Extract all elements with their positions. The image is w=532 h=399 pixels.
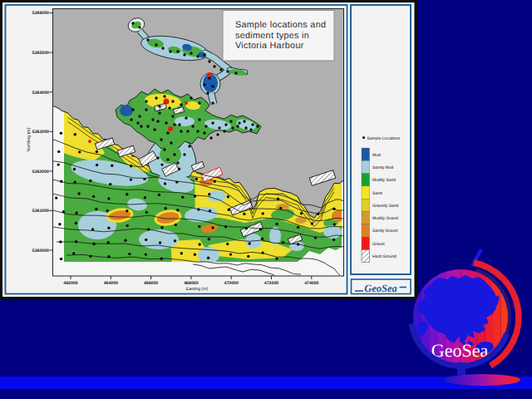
svg-text:Northing (m): Northing (m) xyxy=(27,127,32,151)
svg-text:464000: 464000 xyxy=(104,281,118,286)
svg-text:Sample Locations: Sample Locations xyxy=(367,136,401,141)
svg-text:Victoria Harbour: Victoria Harbour xyxy=(235,41,304,51)
svg-text:470000: 470000 xyxy=(224,281,239,286)
svg-text:468000: 468000 xyxy=(184,281,198,286)
svg-text:GeoSea: GeoSea xyxy=(364,283,397,294)
svg-text:472000: 472000 xyxy=(264,281,278,286)
svg-text:462000: 462000 xyxy=(63,281,77,286)
svg-text:Sandy Mud: Sandy Mud xyxy=(372,165,394,170)
svg-text:Gravelly Sand: Gravelly Sand xyxy=(372,204,399,209)
svg-text:Hard Ground: Hard Ground xyxy=(372,254,397,259)
svg-text:5364000: 5364000 xyxy=(32,91,49,96)
svg-text:5365000: 5365000 xyxy=(32,51,49,56)
svg-text:5361000: 5361000 xyxy=(32,209,49,214)
svg-text:Muddy Gravel: Muddy Gravel xyxy=(372,216,398,221)
svg-text:5360000: 5360000 xyxy=(32,249,49,254)
svg-text:Muddy Sand: Muddy Sand xyxy=(372,178,396,183)
svg-text:5363000: 5363000 xyxy=(32,130,49,135)
svg-text:Easting (m): Easting (m) xyxy=(186,287,209,292)
svg-text:Sandy Gravel: Sandy Gravel xyxy=(372,229,397,234)
svg-text:Gravel: Gravel xyxy=(372,242,385,247)
svg-text:5362000: 5362000 xyxy=(32,170,49,175)
svg-text:466000: 466000 xyxy=(144,281,158,286)
svg-text:sediment types in: sediment types in xyxy=(235,31,309,41)
svg-text:5366000: 5366000 xyxy=(32,11,49,16)
svg-text:Mud: Mud xyxy=(372,153,381,158)
svg-text:GeoSea: GeoSea xyxy=(431,340,489,361)
svg-text:474000: 474000 xyxy=(304,281,318,286)
svg-text:Sample locations and: Sample locations and xyxy=(235,20,326,30)
svg-text:Sand: Sand xyxy=(372,191,382,196)
